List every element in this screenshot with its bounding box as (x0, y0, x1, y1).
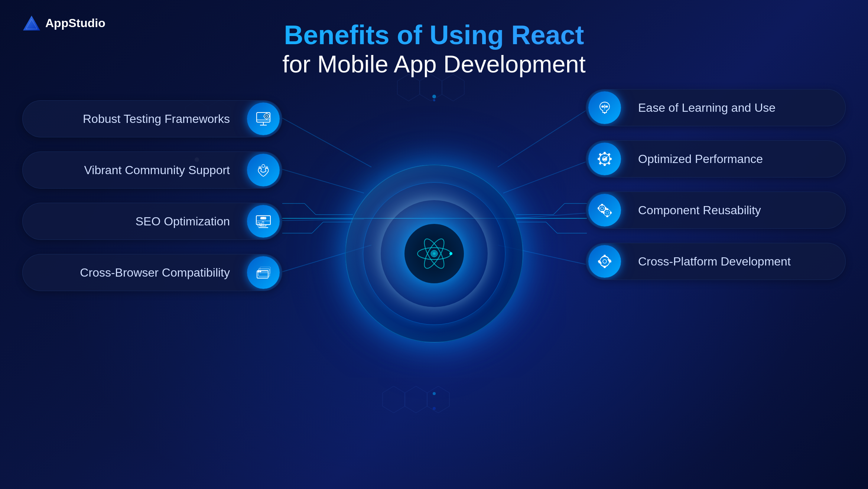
right-cards: Ease of Learning and Use SDO (586, 89, 846, 280)
react-atom-icon (414, 233, 455, 274)
svg-point-37 (431, 250, 438, 257)
card-cross-platform-label: Cross-Platform Development (623, 255, 845, 268)
svg-line-10 (282, 118, 371, 167)
svg-rect-86 (599, 153, 601, 156)
svg-point-99 (606, 211, 609, 214)
reusability-icon-circle (588, 194, 621, 226)
svg-rect-97 (605, 208, 606, 209)
card-component-reusability: Component Reusability (586, 192, 846, 229)
card-ease-learning: Ease of Learning and Use (586, 89, 846, 126)
svg-text:SDO: SDO (603, 158, 607, 160)
seo-icon: SEO (255, 213, 272, 230)
card-vibrant-community-label: Vibrant Community Support (23, 163, 245, 177)
reusability-icon (596, 202, 613, 219)
svg-line-22 (312, 222, 323, 233)
svg-rect-94 (601, 204, 603, 205)
browser-icon (255, 264, 272, 281)
card-ease-learning-label: Ease of Learning and Use (623, 101, 845, 115)
svg-rect-82 (604, 152, 605, 154)
svg-point-49 (264, 114, 269, 119)
title-line1: Benefits of Using React (0, 20, 868, 50)
card-cross-browser-label: Cross-Browser Compatibility (23, 266, 245, 280)
svg-rect-95 (601, 211, 603, 212)
svg-text:SEO: SEO (261, 217, 266, 219)
card-robust-testing: Robust Testing Frameworks (22, 100, 282, 137)
svg-line-28 (546, 222, 557, 233)
svg-rect-87 (608, 153, 610, 156)
svg-point-105 (603, 260, 607, 263)
platform-icon-circle (588, 245, 621, 278)
svg-point-33 (433, 99, 435, 101)
svg-point-93 (601, 207, 604, 210)
card-component-reusability-label: Component Reusability (623, 203, 845, 217)
card-seo-optimization: SEO Optimization SEO (22, 203, 282, 240)
card-optimized-performance: SDO Optimized Performance (586, 140, 846, 177)
page-title: Benefits of Using React for Mobile App D… (0, 20, 868, 79)
card-seo-optimization-label: SEO Optimization (23, 215, 245, 228)
card-robust-testing-label: Robust Testing Frameworks (23, 112, 245, 126)
svg-point-55 (262, 164, 265, 167)
svg-point-104 (600, 257, 609, 266)
svg-rect-65 (262, 222, 264, 226)
svg-rect-101 (607, 216, 608, 217)
svg-rect-83 (604, 164, 605, 166)
svg-line-25 (553, 203, 565, 215)
react-logo-orb (345, 164, 523, 343)
svg-line-19 (305, 203, 316, 215)
svg-marker-7 (427, 386, 449, 413)
platform-icon (596, 253, 613, 270)
performance-icon-circle: SDO (588, 143, 621, 175)
svg-rect-100 (607, 209, 608, 210)
learning-icon-circle (588, 91, 621, 124)
learning-icon (596, 99, 613, 116)
card-vibrant-community: Vibrant Community Support (22, 151, 282, 189)
svg-rect-85 (609, 158, 611, 160)
svg-marker-6 (405, 386, 427, 413)
svg-point-35 (433, 392, 436, 395)
svg-rect-88 (599, 162, 601, 164)
community-icon-circle (247, 154, 280, 186)
svg-point-32 (432, 95, 436, 98)
svg-rect-102 (603, 212, 604, 213)
card-cross-platform: Cross-Platform Development (586, 243, 846, 280)
svg-marker-5 (383, 386, 405, 413)
card-cross-browser: Cross-Browser Compatibility (22, 254, 282, 291)
svg-rect-89 (608, 162, 610, 164)
svg-line-14 (498, 111, 586, 167)
svg-rect-103 (610, 212, 611, 213)
testing-icon-circle (247, 102, 280, 135)
svg-point-36 (433, 407, 436, 410)
svg-point-77 (606, 106, 608, 107)
testing-icon (255, 110, 272, 127)
community-icon (255, 162, 272, 179)
card-optimized-performance-label: Optimized Performance (623, 152, 845, 166)
svg-point-98 (604, 209, 611, 216)
title-line2: for Mobile App Development (0, 50, 868, 79)
svg-point-76 (602, 106, 603, 107)
left-cards: Robust Testing Frameworks Vibrant Commun… (22, 100, 282, 291)
browser-icon-circle (247, 256, 280, 289)
seo-icon-circle: SEO (247, 205, 280, 238)
svg-point-41 (449, 252, 452, 255)
performance-icon: SDO (596, 150, 613, 167)
svg-rect-96 (598, 208, 599, 209)
svg-rect-84 (598, 158, 600, 160)
